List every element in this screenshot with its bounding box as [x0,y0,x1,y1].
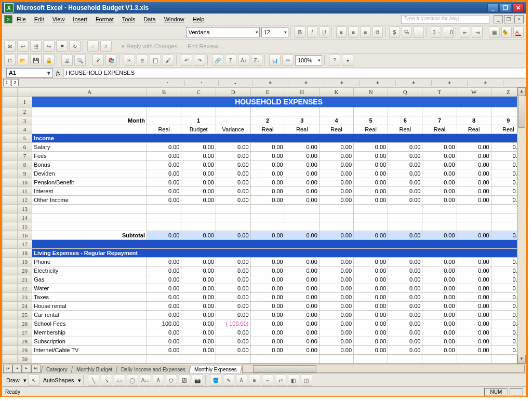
menu-data[interactable]: Data [141,15,157,23]
row-label-11[interactable]: Interest [32,187,147,196]
cell-10-0[interactable]: 0.00 [147,178,181,187]
row-header-11[interactable]: 11 [17,187,32,196]
cross-button[interactable]: ✗ [100,41,112,52]
doc-close-button[interactable]: × [514,15,524,23]
textbox-button[interactable]: A▭ [140,375,151,386]
row-label-10[interactable]: Pension/Benefit [32,178,147,187]
merge-center-button[interactable]: ⧉ [373,26,383,38]
name-box[interactable]: A1 [6,68,53,78]
cell-6-8[interactable]: 0.00 [422,143,457,152]
row-header-30[interactable]: 30 [17,355,32,364]
print-button[interactable]: 🖨 [61,55,73,66]
cell-26-2[interactable]: ( 100.00) [216,319,250,328]
cell-8-3[interactable]: 0.00 [250,161,285,169]
fill-color-button[interactable] [501,26,512,38]
cell-21-0[interactable]: 0.00 [147,275,181,284]
cell-7-5[interactable]: 0.00 [319,152,353,161]
col-header-W[interactable]: W [457,88,491,97]
cell-24-9[interactable]: 0.00 [457,302,491,311]
cell-22-1[interactable]: 0.00 [181,284,216,293]
cell-29-8[interactable]: 0.00 [422,346,457,355]
cell-10-9[interactable]: 0.00 [457,178,491,187]
row-header-1[interactable]: 1 [17,97,32,108]
cell-25-6[interactable]: 0.00 [354,311,388,319]
cell-19-7[interactable]: 0.00 [388,258,422,266]
cell-20-8[interactable]: 0.00 [422,266,457,275]
cell-11-5[interactable]: 0.00 [319,187,353,196]
outline-toggle-5[interactable]: + [324,80,360,86]
outline-toggle-7[interactable]: + [396,80,432,86]
row-label-25[interactable]: Car rental [32,311,147,319]
cell-22-2[interactable]: 0.00 [216,284,250,293]
cell-19-8[interactable]: 0.00 [422,258,457,266]
cell-28-2[interactable]: 0.00 [216,337,250,346]
cell-24-0[interactable]: 0.00 [147,302,181,311]
outline-level-1[interactable]: 1 [3,79,10,86]
cell-6-1[interactable]: 0.00 [181,143,216,152]
copy-button[interactable]: ⎘ [137,55,148,66]
cell-11-8[interactable]: 0.00 [422,187,457,196]
minimize-button[interactable]: _ [487,3,499,12]
cell-26-5[interactable]: 0.00 [319,319,353,328]
col-header-N[interactable]: N [354,88,388,97]
cell-7-7[interactable]: 0.00 [388,152,422,161]
cell-24-8[interactable]: 0.00 [422,302,457,311]
cell-23-9[interactable]: 0.00 [457,293,491,302]
autosum-button[interactable]: Σ [225,55,236,66]
arrow-style-button[interactable]: ⇄ [275,375,286,386]
cell-22-7[interactable]: 0.00 [388,284,422,293]
sort-desc-button[interactable]: Z↓ [251,55,262,66]
cell-10-1[interactable]: 0.00 [181,178,216,187]
cell-27-0[interactable]: 0.00 [147,328,181,337]
cell-9-5[interactable]: 0.00 [319,169,353,178]
sort-asc-button[interactable]: A↓ [238,55,249,66]
cell-25-8[interactable]: 0.00 [422,311,457,319]
cell-11-2[interactable]: 0.00 [216,187,250,196]
cell-6-6[interactable]: 0.00 [354,143,388,152]
undo-button[interactable]: ↶ [181,55,192,66]
row-label-7[interactable]: Fees [32,152,147,161]
col-header-K[interactable]: K [319,88,353,97]
cell-28-4[interactable]: 0.00 [285,337,319,346]
cell-12-8[interactable]: 0.00 [422,196,457,205]
cell-26-3[interactable]: 0.00 [250,319,285,328]
cell-20-5[interactable]: 0.00 [319,266,353,275]
row-label-23[interactable]: Taxes [32,293,147,302]
cell-27-9[interactable]: 0.00 [457,328,491,337]
cell-29-0[interactable]: 0.00 [147,346,181,355]
paste-button[interactable]: 📋 [150,55,161,66]
horizontal-scrollbar[interactable] [242,365,525,373]
menu-insert[interactable]: Insert [71,15,89,23]
cell-12-9[interactable]: 0.00 [457,196,491,205]
diagram-button[interactable]: ⬡ [166,375,177,386]
cell-28-6[interactable]: 0.00 [354,337,388,346]
scroll-down-arrow[interactable]: ▼ [517,355,526,364]
cell-9-1[interactable]: 0.00 [181,169,216,178]
cell-11-3[interactable]: 0.00 [250,187,285,196]
align-right-button[interactable]: ≡ [360,26,370,38]
cell-12-4[interactable]: 0.00 [285,196,319,205]
col-header-T[interactable]: T [422,88,457,97]
line-color-button[interactable]: ✎ [223,375,234,386]
cell-29-2[interactable]: 0.00 [216,346,250,355]
cell-19-5[interactable]: 0.00 [319,258,353,266]
font-select[interactable]: Verdana [186,27,260,37]
redo-button[interactable]: ↷ [194,55,205,66]
font-color-button[interactable]: A [513,26,524,38]
cell-23-4[interactable]: 0.00 [285,293,319,302]
row-label-26[interactable]: School Fees [32,319,147,328]
outline-toggle-8[interactable]: + [432,80,468,86]
save-button[interactable]: 💾 [30,55,42,66]
cell-6-3[interactable]: 0.00 [250,143,285,152]
comma-button[interactable]: , [414,26,424,38]
align-center-button[interactable]: ≡ [348,26,358,38]
row-header-3[interactable]: 3 [17,116,32,125]
cell-7-4[interactable]: 0.00 [285,152,319,161]
row-label-6[interactable]: Salary [32,143,147,152]
cell-25-5[interactable]: 0.00 [319,311,353,319]
cell-11-9[interactable]: 0.00 [457,187,491,196]
cell-27-3[interactable]: 0.00 [250,328,285,337]
cell-8-0[interactable]: 0.00 [147,161,181,169]
cell-9-4[interactable]: 0.00 [285,169,319,178]
cell-22-3[interactable]: 0.00 [250,284,285,293]
